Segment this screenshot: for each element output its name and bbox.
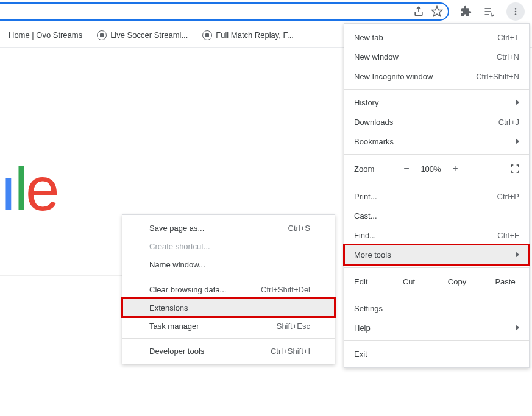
bookmark-label: Full Match Replay, F... [216, 30, 294, 40]
google-logo-fragment: ıle [0, 158, 57, 219]
menu-item-history[interactable]: History [344, 93, 529, 112]
svg-point-5 [515, 11, 517, 13]
menu-separator [344, 89, 529, 90]
menu-item-new-tab[interactable]: New tab Ctrl+T [344, 27, 529, 47]
submenu-clear-browsing-data[interactable]: Clear browsing data... Ctrl+Shift+Del [122, 280, 335, 298]
chrome-main-menu: New tab Ctrl+T New window Ctrl+N New Inc… [344, 23, 530, 368]
toolbar-icons [449, 2, 532, 21]
paste-button[interactable]: Paste [481, 271, 529, 292]
share-icon[interactable] [413, 5, 425, 18]
menu-item-find[interactable]: Find... Ctrl+F [344, 225, 529, 245]
menu-item-zoom: Zoom − 100% + [344, 158, 529, 180]
fullscreen-button[interactable] [500, 158, 529, 180]
menu-item-cast[interactable]: Cast... [344, 206, 529, 225]
zoom-in-button[interactable]: + [445, 163, 465, 174]
bookmark-item[interactable]: Home | Ovo Streams [5, 28, 86, 42]
zoom-label: Zoom [344, 164, 397, 174]
soccer-ball-icon [97, 30, 107, 40]
soccer-ball-icon [202, 30, 212, 40]
menu-item-new-window[interactable]: New window Ctrl+N [344, 47, 529, 66]
submenu-task-manager[interactable]: Task manager Shift+Esc [122, 317, 335, 335]
svg-point-4 [515, 8, 517, 10]
content-divider [0, 275, 122, 276]
menu-item-edit: Edit Cut Copy Paste [344, 271, 529, 292]
star-icon[interactable] [431, 5, 443, 18]
menu-item-more-tools[interactable]: More tools [344, 245, 529, 264]
chevron-right-icon [516, 138, 519, 144]
menu-item-settings[interactable]: Settings [344, 298, 529, 318]
more-menu-button[interactable] [506, 2, 525, 21]
bookmark-label: Home | Ovo Streams [9, 30, 82, 40]
menu-item-bookmarks[interactable]: Bookmarks [344, 132, 529, 151]
toolbar-row [0, 0, 532, 23]
menu-separator [344, 295, 529, 295]
menu-separator [122, 338, 335, 339]
copy-button[interactable]: Copy [433, 271, 481, 292]
submenu-developer-tools[interactable]: Developer tools Ctrl+Shift+I [122, 342, 335, 360]
menu-separator [344, 340, 529, 341]
bookmark-item[interactable]: Full Match Replay, F... [199, 28, 297, 43]
menu-separator [344, 267, 529, 268]
omnibox[interactable] [0, 2, 449, 21]
zoom-out-button[interactable]: − [397, 163, 416, 174]
menu-item-help[interactable]: Help [344, 318, 529, 337]
chevron-right-icon [516, 99, 519, 105]
edit-label: Edit [344, 277, 385, 286]
submenu-extensions[interactable]: Extensions [122, 298, 335, 317]
reading-list-icon[interactable] [483, 5, 495, 18]
bookmark-label: Live Soccer Streami... [110, 30, 188, 40]
zoom-value: 100% [416, 164, 445, 174]
menu-item-downloads[interactable]: Downloads Ctrl+J [344, 112, 529, 132]
menu-item-incognito[interactable]: New Incognito window Ctrl+Shift+N [344, 66, 529, 86]
submenu-save-page-as[interactable]: Save page as... Ctrl+S [122, 219, 335, 237]
more-tools-submenu: Save page as... Ctrl+S Create shortcut..… [122, 214, 335, 364]
menu-separator [344, 183, 529, 183]
cut-button[interactable]: Cut [385, 271, 433, 292]
menu-separator [344, 154, 529, 155]
bookmark-item[interactable]: Live Soccer Streami... [93, 28, 191, 43]
svg-marker-0 [432, 7, 442, 16]
menu-item-print[interactable]: Print... Ctrl+P [344, 186, 529, 206]
svg-point-6 [515, 13, 517, 15]
menu-item-exit[interactable]: Exit [344, 344, 529, 364]
submenu-create-shortcut: Create shortcut... [122, 237, 335, 255]
extensions-icon[interactable] [460, 5, 472, 18]
chevron-right-icon [516, 252, 519, 258]
chevron-right-icon [516, 325, 519, 331]
submenu-name-window[interactable]: Name window... [122, 255, 335, 273]
menu-separator [122, 277, 335, 277]
